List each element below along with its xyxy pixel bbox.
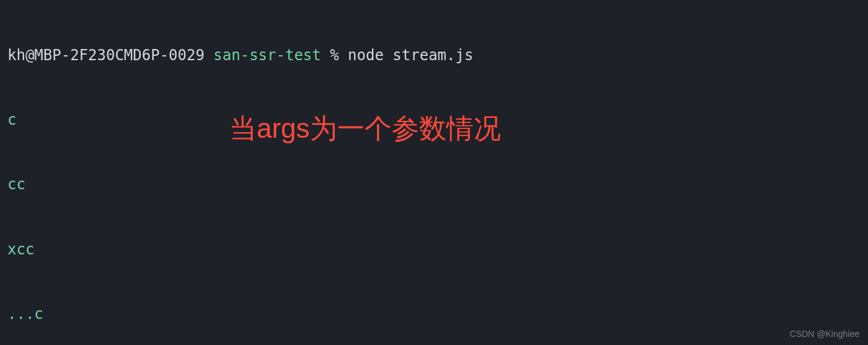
prompt-line: kh@MBP-2F230CMD6P-0029 san-ssr-test % no… bbox=[7, 45, 861, 66]
output-line: xcc bbox=[7, 239, 861, 261]
prompt-command: node stream.js bbox=[348, 47, 473, 64]
prompt-at: @ bbox=[25, 47, 34, 64]
output-line: cc bbox=[7, 174, 861, 195]
prompt-path: san-ssr-test bbox=[213, 47, 321, 64]
watermark: CSDN @Kinghiee bbox=[790, 328, 859, 340]
annotation-text: 当args为一个参数情况 bbox=[229, 109, 501, 148]
terminal-window[interactable]: kh@MBP-2F230CMD6P-0029 san-ssr-test % no… bbox=[0, 0, 868, 345]
prompt-symbol: % bbox=[330, 47, 339, 64]
prompt-user: kh bbox=[7, 47, 25, 64]
prompt-host: MBP-2F230CMD6P-0029 bbox=[34, 47, 205, 64]
output-line: ...c bbox=[7, 303, 861, 325]
